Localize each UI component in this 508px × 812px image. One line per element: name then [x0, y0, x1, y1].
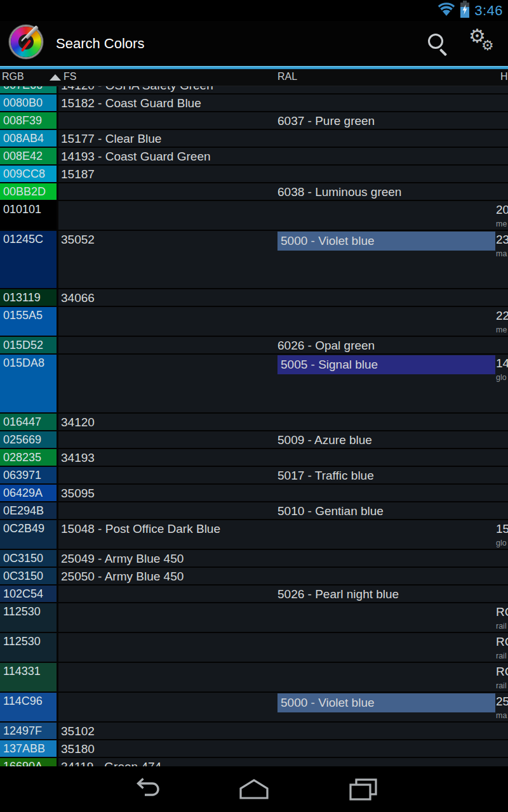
rgb-swatch: 015DA8: [0, 355, 58, 412]
table-row[interactable]: 0C2B4915048 - Post Office Dark Blue15glo: [0, 520, 508, 550]
table-row[interactable]: 01010120me: [0, 201, 508, 231]
table-row[interactable]: 112530RCrail: [0, 603, 508, 633]
table-row[interactable]: 0639715017 - Traffic blue: [0, 467, 508, 485]
table-row[interactable]: 008F396037 - Pure green: [0, 112, 508, 130]
table-row[interactable]: 015DA85005 - Signal blue14glo: [0, 355, 508, 414]
battery-charging-icon: [460, 1, 470, 20]
humbrol-finish: ma: [496, 711, 508, 720]
column-header-rgb[interactable]: RGB: [2, 71, 24, 82]
table-row[interactable]: 0256695009 - Azure blue: [0, 431, 508, 449]
gear-small-icon: ⚙: [481, 37, 494, 53]
humbrol-finish: me: [496, 219, 508, 228]
rgb-swatch: 06429A: [0, 485, 58, 501]
humbrol-code: 15: [496, 522, 508, 536]
column-header-ral[interactable]: RAL: [277, 71, 297, 82]
rgb-swatch: 0C3150: [0, 550, 58, 566]
ral-value: 5009 - Azure blue: [277, 433, 372, 447]
humbrol-finish: glo: [496, 373, 508, 382]
humbrol-code: 20: [496, 203, 508, 217]
rgb-swatch: 0155A5: [0, 307, 58, 336]
ral-value: 5010 - Gentian blue: [277, 504, 384, 518]
table-row[interactable]: 12497F35102: [0, 723, 508, 740]
sort-ascending-icon: [50, 74, 61, 81]
navigation-bar: [0, 766, 508, 812]
humbrol-value: RCrail: [496, 605, 508, 631]
rgb-swatch: 008E42: [0, 148, 58, 164]
page-title: Search Colors: [56, 21, 144, 66]
table-row[interactable]: 01245C350525000 - Violet blue23ma: [0, 231, 508, 289]
ral-value: 6026 - Opal green: [277, 339, 375, 353]
humbrol-value: 15glo: [496, 522, 508, 547]
table-header: RGB FS RAL H: [0, 69, 508, 86]
table-row[interactable]: 015D526026 - Opal green: [0, 337, 508, 355]
table-row[interactable]: 0E294B5010 - Gentian blue: [0, 502, 508, 520]
rgb-swatch: 0E294B: [0, 502, 58, 519]
back-icon: [130, 777, 160, 801]
rgb-swatch: 0080B0: [0, 95, 58, 111]
humbrol-finish: me: [496, 325, 508, 334]
ral-value: 6038 - Luminous green: [277, 185, 401, 199]
table-row[interactable]: 06429A35095: [0, 485, 508, 502]
status-bar: 3:46: [0, 0, 508, 21]
table-row[interactable]: 02823534193: [0, 449, 508, 467]
humbrol-finish: rail: [496, 681, 508, 690]
fs-value: 35102: [61, 724, 95, 738]
fs-value: 14193 - Coast Guard Green: [61, 150, 211, 164]
rgb-swatch: 015D52: [0, 337, 58, 353]
table-row[interactable]: 009CC815187: [0, 166, 508, 183]
table-row[interactable]: 137ABB35180: [0, 740, 508, 758]
rgb-swatch: 016447: [0, 414, 58, 430]
table-row[interactable]: 102C545026 - Pearl night blue: [0, 586, 508, 603]
table-row[interactable]: 114C965000 - Violet blue25ma: [0, 693, 508, 723]
table-row[interactable]: 16690A34119 - Green 474: [0, 758, 508, 766]
table-row[interactable]: 01311934066: [0, 289, 508, 307]
rgb-swatch: 112530: [0, 633, 58, 662]
rgb-swatch: 112530: [0, 603, 58, 632]
recents-button[interactable]: [344, 776, 382, 802]
table-row[interactable]: 112530RCrail: [0, 633, 508, 663]
search-button[interactable]: [417, 21, 457, 66]
ral-value-swatch: 5005 - Signal blue: [277, 355, 495, 374]
settings-button[interactable]: ⚙ ⚙: [464, 21, 504, 66]
humbrol-value: 23ma: [496, 233, 508, 258]
rgb-swatch: 12497F: [0, 723, 58, 739]
column-header-h[interactable]: H: [500, 71, 508, 82]
rgb-swatch: 00BB2D: [0, 183, 58, 200]
color-table-rows[interactable]: 007E6614120 - OSHA Safety Green0080B0151…: [0, 86, 508, 766]
rgb-swatch: 0C2B49: [0, 520, 58, 549]
home-button[interactable]: [235, 776, 273, 802]
humbrol-code: 22: [496, 309, 508, 323]
humbrol-code: 23: [496, 233, 508, 247]
humbrol-value: 22me: [496, 309, 508, 334]
humbrol-finish: glo: [496, 539, 508, 547]
table-row[interactable]: 114331RCrail: [0, 663, 508, 693]
table-row[interactable]: 0080B015182 - Coast Guard Blue: [0, 95, 508, 112]
humbrol-code: 25: [496, 695, 508, 709]
fs-value: 15187: [61, 167, 95, 181]
table-row[interactable]: 00BB2D6038 - Luminous green: [0, 183, 508, 201]
back-button[interactable]: [126, 776, 164, 802]
rgb-swatch: 01245C: [0, 231, 58, 288]
fs-value: 34119 - Green 474: [61, 760, 161, 766]
rgb-swatch: 028235: [0, 449, 58, 466]
rgb-swatch: 137ABB: [0, 740, 58, 757]
fs-value: 35095: [61, 487, 95, 501]
table-row[interactable]: 0155A522me: [0, 307, 508, 337]
table-row[interactable]: 01644734120: [0, 414, 508, 431]
rgb-swatch: 025669: [0, 431, 58, 448]
ral-value: 6037 - Pure green: [277, 114, 375, 128]
table-row[interactable]: 007E6614120 - OSHA Safety Green: [0, 86, 508, 95]
fs-value: 34193: [61, 451, 95, 465]
table-row[interactable]: 008E4214193 - Coast Guard Green: [0, 148, 508, 166]
fs-value: 34066: [61, 291, 95, 305]
wifi-icon: [438, 2, 455, 19]
humbrol-value: RCrail: [496, 635, 508, 660]
fs-value: 15048 - Post Office Dark Blue: [61, 522, 220, 536]
action-bar: Search Colors ⚙ ⚙: [0, 21, 508, 66]
fs-value: 34120: [61, 416, 95, 429]
table-row[interactable]: 0C315025049 - Army Blue 450: [0, 550, 508, 568]
table-row[interactable]: 008AB415177 - Clear Blue: [0, 130, 508, 148]
table-row[interactable]: 0C315025050 - Army Blue 450: [0, 568, 508, 586]
fs-value: 14120 - OSHA Safety Green: [61, 86, 213, 93]
column-header-fs[interactable]: FS: [64, 71, 76, 82]
